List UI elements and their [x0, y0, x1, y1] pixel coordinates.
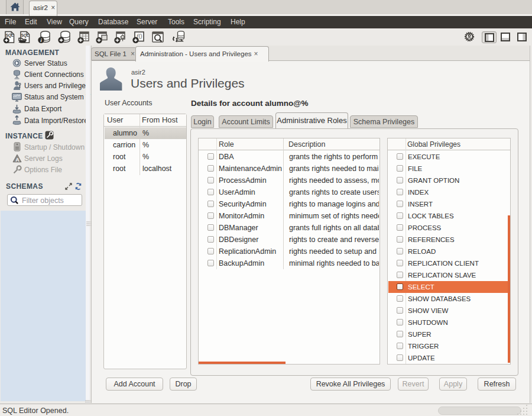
svg-text:(): () — [139, 33, 142, 39]
svg-text:SQL: SQL — [6, 33, 14, 38]
svg-text:SQL: SQL — [21, 33, 29, 38]
svg-text:A: A — [15, 157, 20, 163]
